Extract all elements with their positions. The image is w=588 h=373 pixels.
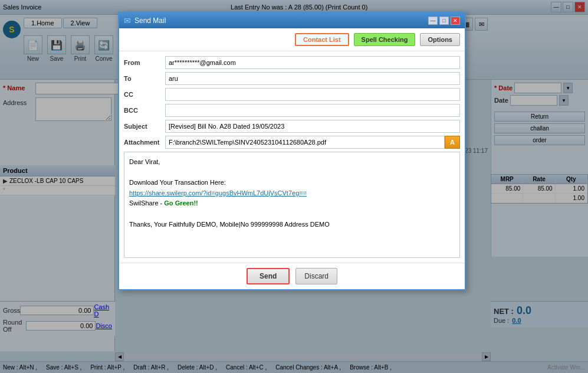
- to-field-row: To: [124, 72, 460, 85]
- modal-title: Send Mail: [134, 17, 166, 25]
- spell-checking-btn[interactable]: Spell Checking: [354, 33, 416, 46]
- attachment-browse-btn[interactable]: A: [445, 136, 460, 149]
- send-btn[interactable]: Send: [247, 268, 290, 284]
- mail-greeting: Dear Virat,: [129, 157, 455, 168]
- discard-btn[interactable]: Discard: [295, 268, 337, 284]
- mail-swil-share: SwilShare - Go Green!!: [129, 198, 455, 209]
- to-label: To: [124, 75, 165, 82]
- modal-body: From To CC BCC Subject: [119, 51, 465, 263]
- send-mail-modal: ✉ Send Mail — □ ✕ Contact List Spell Che…: [118, 12, 466, 290]
- cc-label: CC: [124, 91, 165, 98]
- from-label: From: [124, 59, 165, 66]
- mail-body[interactable]: Dear Virat, Download Your Transaction He…: [124, 152, 460, 258]
- subject-label: Subject: [124, 123, 165, 130]
- attachment-label: Attachment: [124, 139, 165, 146]
- modal-toolbar: Contact List Spell Checking Options: [119, 28, 465, 51]
- modal-minimize-btn[interactable]: —: [428, 17, 438, 25]
- modal-footer: Send Discard: [119, 263, 465, 289]
- bcc-input[interactable]: [165, 104, 460, 117]
- modal-titlebar: ✉ Send Mail — □ ✕: [119, 13, 465, 28]
- mail-thanks: Thanks, Your Faithfully DEMO, Mobile|No …: [129, 220, 455, 230]
- modal-title-left: ✉ Send Mail: [124, 16, 166, 25]
- app-container: Sales Invoice Last Entry No was : A 28 (…: [0, 0, 588, 373]
- bcc-label: BCC: [124, 107, 165, 114]
- mail-title-icon: ✉: [124, 16, 131, 25]
- cc-input[interactable]: [165, 88, 460, 101]
- from-input[interactable]: [165, 56, 460, 69]
- bcc-field-row: BCC: [124, 104, 460, 117]
- subject-input[interactable]: [165, 120, 460, 133]
- cc-field-row: CC: [124, 88, 460, 101]
- attachment-input[interactable]: [165, 136, 445, 149]
- to-input[interactable]: [165, 72, 460, 85]
- from-field-row: From: [124, 56, 460, 69]
- mail-transaction-link[interactable]: https://share.swilerp.com/?id=gugsBvHWmL…: [129, 189, 307, 197]
- subject-field-row: Subject: [124, 120, 460, 133]
- modal-maximize-btn[interactable]: □: [439, 17, 449, 25]
- modal-window-controls: — □ ✕: [428, 17, 460, 25]
- mail-download-text: Download Your Transaction Here:: [129, 178, 455, 188]
- attachment-field-row: Attachment A: [124, 136, 460, 149]
- contact-list-btn[interactable]: Contact List: [295, 33, 349, 46]
- options-btn[interactable]: Options: [420, 33, 460, 46]
- modal-close-btn[interactable]: ✕: [451, 17, 460, 25]
- go-green-text: Go Green!!: [164, 199, 198, 207]
